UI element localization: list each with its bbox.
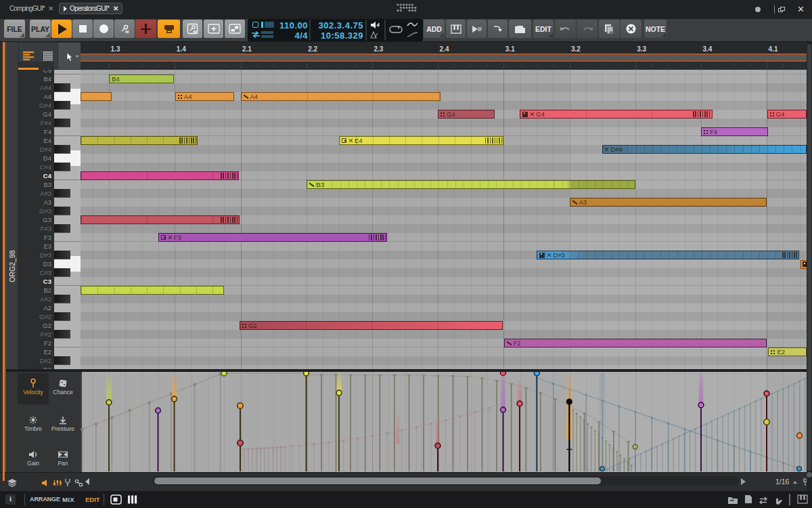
svg-text:w: w — [193, 29, 198, 34]
svg-text:w: w — [125, 29, 129, 34]
